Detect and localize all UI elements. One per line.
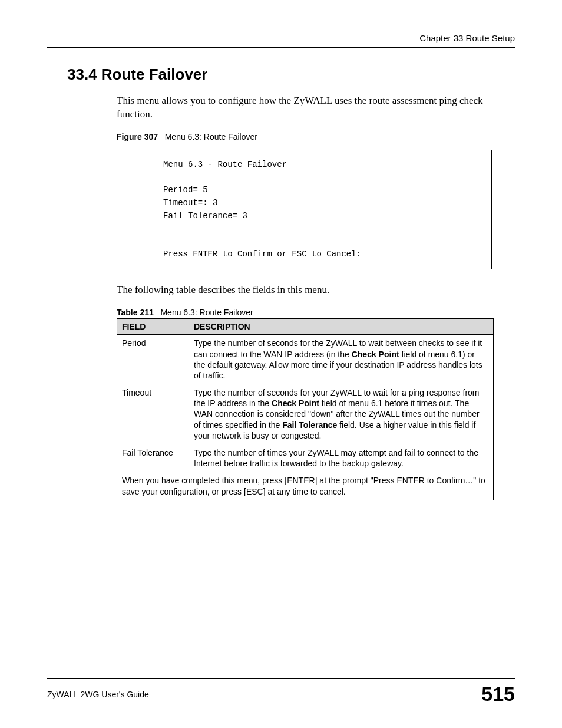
table-footer-row: When you have completed this menu, press… (117, 472, 494, 500)
cell-description: Type the number of times your ZyWALL may… (189, 444, 494, 472)
table-label: Table 211 (117, 308, 154, 317)
table-header-row: FIELD DESCRIPTION (117, 319, 494, 335)
header-description: DESCRIPTION (189, 319, 494, 335)
cell-description: Type the number of seconds for the ZyWAL… (189, 335, 494, 384)
figure-caption-text: Menu 6.3: Route Failover (165, 132, 257, 141)
cell-field: Period (117, 335, 189, 384)
table-caption-text: Menu 6.3: Route Failover (160, 308, 253, 317)
table-intro: The following table describes the fields… (117, 284, 509, 297)
table-row: Fail Tolerance Type the number of times … (117, 444, 494, 472)
table-caption: Table 211 Menu 6.3: Route Failover (117, 308, 515, 317)
chapter-header: Chapter 33 Route Setup (47, 33, 515, 48)
table-row: Period Type the number of seconds for th… (117, 335, 494, 384)
desc-bold: Check Point (272, 398, 319, 408)
cell-field: Fail Tolerance (117, 444, 189, 472)
section-heading: 33.4 Route Failover (67, 65, 515, 84)
figure-label: Figure 307 (117, 132, 158, 141)
cell-field: Timeout (117, 384, 189, 444)
terminal-screenshot: Menu 6.3 - Route Failover Period= 5 Time… (117, 150, 492, 270)
footer-guide-name: ZyWALL 2WG User's Guide (47, 690, 149, 699)
figure-caption: Figure 307 Menu 6.3: Route Failover (117, 132, 515, 141)
table-row: Timeout Type the number of seconds for y… (117, 384, 494, 444)
desc-text: Type the number of times your ZyWALL may… (194, 448, 478, 468)
cell-description: Type the number of seconds for your ZyWA… (189, 384, 494, 444)
header-field: FIELD (117, 319, 189, 335)
desc-bold: Fail Tolerance (282, 420, 337, 430)
cell-footer: When you have completed this menu, press… (117, 472, 494, 500)
desc-bold: Check Point (352, 350, 399, 359)
page-footer: ZyWALL 2WG User's Guide 515 (47, 678, 515, 706)
footer-page-number: 515 (481, 683, 515, 706)
terminal-text: Menu 6.3 - Route Failover Period= 5 Time… (163, 159, 483, 261)
field-description-table: FIELD DESCRIPTION Period Type the number… (117, 318, 494, 500)
section-intro: This menu allows you to configure how th… (117, 94, 509, 121)
